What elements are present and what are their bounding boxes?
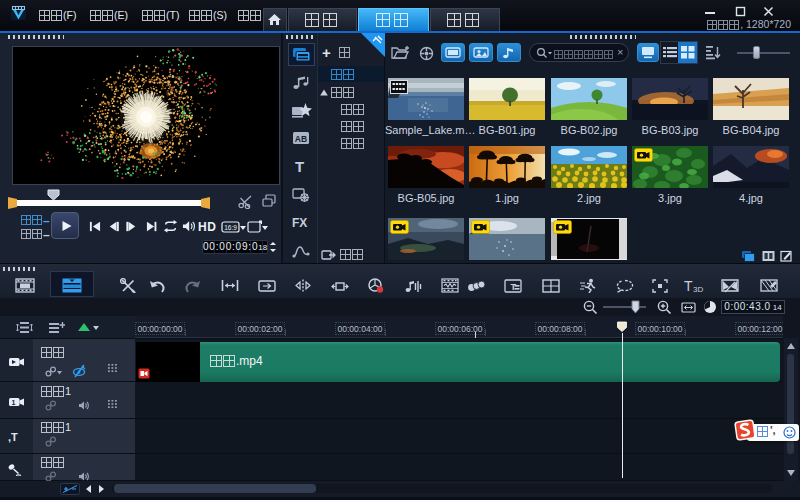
svg-text:1: 1 <box>12 399 16 406</box>
svg-text:AB: AB <box>295 134 307 144</box>
svg-text:16:9: 16:9 <box>224 224 237 231</box>
svg-text:3D: 3D <box>693 285 703 294</box>
svg-text:T: T <box>684 278 693 293</box>
